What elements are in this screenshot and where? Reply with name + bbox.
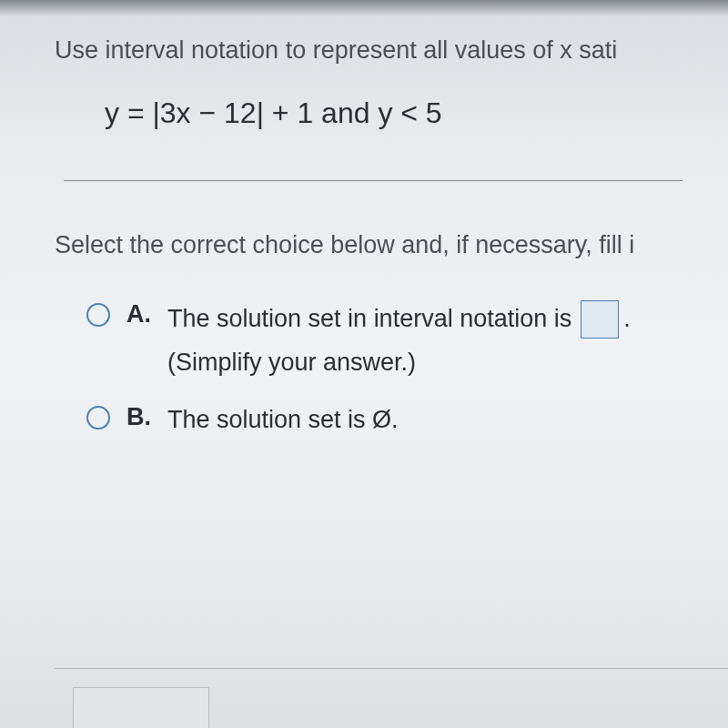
radio-a[interactable] <box>86 303 110 327</box>
divider-line <box>64 180 682 181</box>
question-prompt: Use interval notation to represent all v… <box>55 36 682 65</box>
choice-b[interactable]: B. The solution set is Ø. <box>86 403 682 438</box>
equation-text: y = |3x − 12| + 1 and y < 5 <box>105 96 682 130</box>
instruction-text: Select the correct choice below and, if … <box>55 231 682 259</box>
choice-b-label: B. <box>126 403 151 431</box>
bottom-separator <box>55 668 728 669</box>
choice-a-text: The solution set in interval notation is <box>167 302 571 337</box>
choice-b-text: The solution set is Ø. <box>167 406 399 433</box>
choice-a-label: A. <box>126 300 151 329</box>
bottom-button-partial[interactable] <box>73 687 209 728</box>
choice-a-sub: (Simplify your answer.) <box>167 346 631 380</box>
choices-group: A. The solution set in interval notation… <box>86 300 682 438</box>
choice-a[interactable]: A. The solution set in interval notation… <box>86 300 682 380</box>
radio-b[interactable] <box>86 406 110 430</box>
period: . <box>623 302 631 337</box>
answer-input-box[interactable] <box>581 300 619 339</box>
